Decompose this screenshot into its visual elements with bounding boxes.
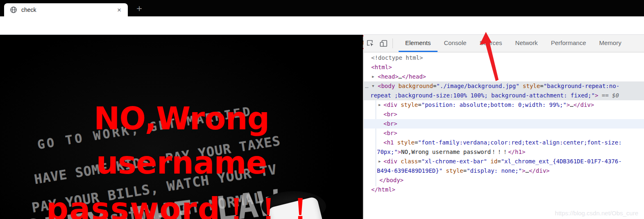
device-toolbar-button[interactable] — [377, 35, 390, 52]
collapsed-triangle-icon[interactable]: ▶ — [379, 157, 381, 166]
devtools-tab-performance[interactable]: Performance — [544, 35, 593, 52]
devtools-tab-console[interactable]: Console — [438, 35, 473, 52]
dom-tree-row[interactable]: ▶<head>…</head> — [364, 72, 644, 81]
tab-close-icon[interactable]: × — [115, 7, 124, 14]
dom-tree-row[interactable]: </body> — [364, 176, 644, 185]
watermark-text: https://blog.csdn.net/Obs_cure — [555, 210, 638, 217]
dom-tree-row[interactable]: ▶<div class="xl-chrome-ext-bar" id="xl_c… — [364, 157, 644, 166]
dom-tree-row[interactable]: repeat ;background-size:100% 100%; backg… — [364, 91, 644, 100]
dom-tree-row[interactable]: <html> — [364, 63, 644, 72]
dom-tree-row[interactable]: <h1 style="font-family:verdana;color:red… — [364, 138, 644, 147]
inspect-element-button[interactable] — [364, 35, 377, 52]
error-text-line: password！！！ — [0, 189, 363, 219]
devtools-tab-elements[interactable]: Elements — [399, 35, 438, 52]
dom-tree-row[interactable]: ▶<div style="position: absolute;bottom: … — [364, 100, 644, 110]
tab-title: check — [21, 7, 115, 13]
dom-tree-row[interactable]: </html> — [364, 185, 644, 194]
devtools-tab-memory[interactable]: Memory — [593, 35, 628, 52]
new-tab-button[interactable]: + — [132, 2, 147, 15]
browser-tab-check[interactable]: check × — [4, 3, 128, 16]
gutter-ellipsis-icon[interactable]: … — [365, 81, 368, 91]
devtools-toolbar: ElementsConsoleSourcesNetworkPerformance… — [364, 35, 644, 52]
devtools-tab-network[interactable]: Network — [509, 35, 544, 52]
devtools-tabs: ElementsConsoleSourcesNetworkPerformance… — [399, 35, 628, 52]
dom-tree: <!doctype html><html>▶<head>…</head>…▼<b… — [364, 53, 644, 219]
devtools-tab-sources[interactable]: Sources — [473, 35, 509, 52]
expanded-triangle-icon[interactable]: ▼ — [372, 81, 374, 91]
browser-toolbar: 不安全 | f88306f3-6650-4f99-ae03-4348cc381d… — [0, 16, 644, 35]
error-text-line: username — [0, 144, 363, 181]
page-viewport: GO TO WORK, GET MARRIEDHAVE SOME KIDS, P… — [0, 35, 363, 219]
devtools-panel: ElementsConsoleSourcesNetworkPerformance… — [363, 35, 644, 219]
error-text-line: NO,Wrong — [0, 100, 363, 137]
dom-tree-row[interactable]: <br> — [364, 110, 644, 119]
collapsed-triangle-icon[interactable]: ▶ — [379, 100, 381, 110]
dom-tree-row[interactable]: <br> — [364, 129, 644, 138]
dom-tree-row[interactable]: 70px;">NO,Wrong username password！！！</h1… — [364, 147, 644, 157]
dom-tree-row[interactable]: B494-639E489D19ED}" style="display: none… — [364, 166, 644, 176]
dom-tree-row[interactable]: …▼<body background="./image/background.j… — [364, 81, 644, 91]
globe-favicon-icon — [10, 6, 17, 14]
toolbar-separator — [392, 38, 393, 48]
collapsed-triangle-icon[interactable]: ▶ — [372, 72, 374, 81]
dom-tree-row[interactable]: <br> — [364, 119, 644, 129]
tab-strip: check × + — [0, 0, 644, 16]
dom-tree-row[interactable]: <!doctype html> — [364, 53, 644, 63]
